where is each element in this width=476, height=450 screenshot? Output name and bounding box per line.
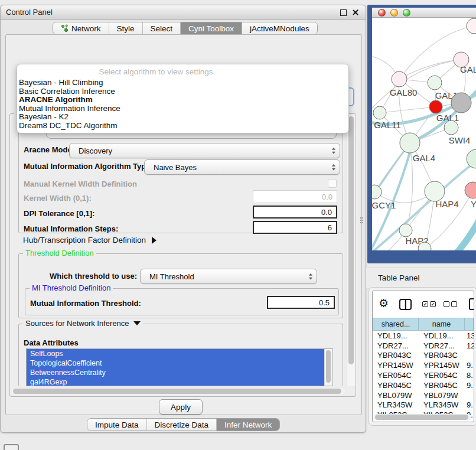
combo-spinner-icon <box>332 164 335 171</box>
algorithm-option-mutual-information-inference[interactable]: Mutual Information Inference <box>17 105 348 113</box>
mi-threshold-field[interactable]: 0.5 <box>267 296 335 309</box>
table-row[interactable]: YPR145WYPR145W9. <box>373 360 474 370</box>
network-canvas[interactable]: GALGAL80GAL10GAL1GAL11SWI4GAL4GCY1HAP4YH… <box>372 18 476 250</box>
network-node[interactable] <box>467 149 476 168</box>
gear-icon[interactable]: ⚙ <box>379 296 389 310</box>
table-panel-title: Table Panel <box>378 273 420 282</box>
select-all-checkbox-icon-2[interactable]: ✓ <box>430 301 436 307</box>
table-row[interactable]: YER054CYER054C8. <box>373 370 474 380</box>
sources-group-title[interactable]: Sources for Network Inference <box>23 319 143 328</box>
data-attributes-list[interactable]: SelfLoopsTopologicalCoefficientBetweenne… <box>26 348 333 386</box>
network-view-frame: GALGAL80GAL10GAL1GAL11SWI4GAL4GCY1HAP4YH… <box>367 5 476 263</box>
algorithm-option-basic-correlation-inference[interactable]: Basic Correlation Inference <box>17 87 348 96</box>
zoom-traffic-light[interactable] <box>403 9 410 17</box>
aracne-mode-select[interactable]: Discovery <box>69 143 340 158</box>
tab-discretize-data[interactable]: Discretize Data <box>147 419 217 431</box>
select-all-checkbox-icon[interactable]: ✓ <box>422 301 428 307</box>
attribute-item-selfloops[interactable]: SelfLoops <box>27 349 324 358</box>
tab-impute-data[interactable]: Impute Data <box>87 419 146 431</box>
network-node[interactable] <box>451 93 471 113</box>
table-row[interactable]: YLR345WYLR345W9. <box>373 400 474 410</box>
table-row[interactable]: YBR045CYBR045C9. <box>373 380 474 390</box>
network-node-hap4[interactable] <box>425 181 445 201</box>
attribute-item-betweennesscentrality[interactable]: BetweennessCentrality <box>27 368 324 377</box>
column-header-extra[interactable] <box>465 318 474 331</box>
table-cell: YER054C <box>373 371 419 380</box>
close-traffic-light[interactable] <box>378 9 386 17</box>
network-node-gcy1[interactable] <box>372 185 382 199</box>
settings-vertical-scrollbar[interactable] <box>347 115 356 386</box>
kernel-width-field[interactable]: 0.0 <box>253 190 337 203</box>
attribute-list-scrollbar-thumb[interactable] <box>326 350 331 383</box>
deselect-checkbox-icon-2[interactable] <box>451 301 457 307</box>
table-horizontal-scrollbar-thumb[interactable] <box>375 415 468 420</box>
node-table-window: ⚙ ✓ ✓ shared...name YDL19...YDL19...13YD… <box>372 291 474 422</box>
mi-algorithm-type-select[interactable]: Naive Bayes <box>144 159 340 175</box>
algorithm-option-bayesian-k2[interactable]: Bayesian - K2 <box>17 113 348 122</box>
table-cell: YBR045C <box>419 381 465 390</box>
network-node-gal10[interactable] <box>428 76 442 90</box>
network-node-gal80[interactable] <box>392 71 407 87</box>
partial-dock-button[interactable] <box>4 444 19 450</box>
tab-infer-network[interactable]: Infer Network <box>217 419 279 431</box>
table-panel-header: Table Panel <box>366 267 476 289</box>
settings-horizontal-scrollbar-thumb[interactable] <box>13 389 341 394</box>
tab-cyni-toolbox[interactable]: Cyni Toolbox <box>181 22 242 34</box>
table-header-row: shared...name <box>373 318 474 331</box>
split-columns-icon[interactable] <box>399 299 412 310</box>
manual-kernel-width-checkbox[interactable] <box>328 179 337 188</box>
table-cell: YBR043C <box>373 351 419 360</box>
attribute-item-topologicalcoefficient[interactable]: TopologicalCoefficient <box>27 358 324 368</box>
collapse-down-icon <box>133 321 141 325</box>
network-node-gal11[interactable] <box>373 106 386 119</box>
tab-jactivemnodules[interactable]: jActiveMNodules <box>242 22 317 34</box>
expand-right-icon <box>152 237 157 244</box>
window-title: Control Panel <box>6 8 53 17</box>
network-node-gal4[interactable] <box>400 133 420 153</box>
panel-splitter-handle[interactable] <box>360 217 364 224</box>
table-horizontal-scrollbar[interactable] <box>374 414 471 420</box>
settings-vertical-scrollbar-thumb[interactable] <box>348 116 354 364</box>
network-node-label: GAL <box>460 64 476 74</box>
network-node-y[interactable] <box>465 182 476 198</box>
tab-select[interactable]: Select <box>143 22 181 34</box>
algorithm-option-bayesian-hill-climbing[interactable]: Bayesian - Hill Climbing <box>17 79 348 87</box>
network-node-swi4[interactable] <box>444 120 458 135</box>
attribute-list-scrollbar[interactable] <box>324 349 332 386</box>
attribute-item-gal4rgexp[interactable]: gal4RGexp <box>27 377 324 386</box>
table-row[interactable]: YDL19...YDL19...13 <box>373 331 474 341</box>
mi-steps-field[interactable]: 6 <box>253 221 337 234</box>
combo-spinner-icon <box>309 273 312 280</box>
tab-network[interactable]: Network <box>53 22 109 34</box>
table-row[interactable]: YBL079WYBL079W <box>373 390 474 400</box>
column-header-shared-[interactable]: shared... <box>373 318 419 331</box>
network-node[interactable] <box>467 18 476 34</box>
dpi-tolerance-field[interactable]: 0.0 <box>253 206 337 219</box>
tab-label: Network <box>71 24 101 33</box>
apply-button[interactable]: Apply <box>159 399 203 415</box>
network-node-label: GAL4 <box>413 153 435 163</box>
table-row[interactable]: YBR043CYBR043C <box>373 351 474 361</box>
column-header-name[interactable]: name <box>419 318 465 331</box>
table-row[interactable]: YDR27...YDR27...12 <box>373 341 474 351</box>
aracne-mode-label: Aracne Mode: <box>24 144 74 155</box>
minimize-traffic-light[interactable] <box>390 9 398 17</box>
float-window-icon[interactable] <box>340 9 347 16</box>
network-node-label: GCY1 <box>372 200 396 210</box>
algorithm-option-dream8-dc-tdc-algorithm[interactable]: Dream8 DC_TDC Algorithm <box>17 122 348 131</box>
network-node-hap2[interactable] <box>399 224 412 237</box>
deselect-checkbox-icon[interactable] <box>444 301 449 307</box>
network-edge <box>380 107 436 113</box>
mi-threshold-definition-title: MI Threshold Definition <box>30 283 113 292</box>
network-node-gal1[interactable] <box>429 100 442 113</box>
tab-style[interactable]: Style <box>109 22 142 34</box>
hub-definition-expander[interactable]: Hub/Transcription Factor Definition <box>23 236 157 244</box>
page-icon[interactable] <box>469 298 474 310</box>
table-cell: YBL079W <box>419 391 465 400</box>
algorithm-option-aracne-algorithm[interactable]: ARACNE Algorithm <box>17 96 348 105</box>
settings-horizontal-scrollbar[interactable] <box>12 388 345 394</box>
which-threshold-select[interactable]: MI Threshold <box>140 269 317 284</box>
combo-spinner-icon <box>332 148 335 154</box>
threshold-definition-title: Threshold Definition <box>23 249 96 257</box>
close-icon[interactable] <box>352 9 359 16</box>
